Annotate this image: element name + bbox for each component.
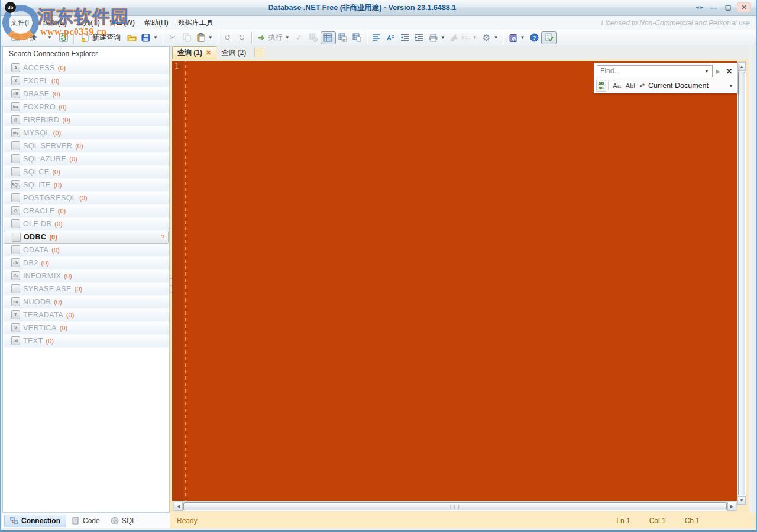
uppercase-button[interactable]: [384, 31, 398, 44]
tab-sql[interactable]: ? SQL: [105, 515, 141, 527]
validate-button[interactable]: ✓: [292, 31, 306, 44]
connection-item-mysql[interactable]: myMYSQL(0): [4, 126, 169, 140]
connection-item-access[interactable]: AACCESS(0): [4, 61, 169, 74]
maximize-button[interactable]: ▢: [723, 2, 733, 12]
result-grid-button[interactable]: [321, 31, 336, 44]
sql-editor[interactable]: 1: [172, 61, 737, 501]
sql-tools-button[interactable]: SQL ▼: [448, 31, 480, 44]
save-dropdown-icon: ▼: [153, 35, 158, 40]
connection-item-ole-db[interactable]: OLE DB(0): [4, 218, 169, 231]
connection-item-dbase[interactable]: dBDBASE(0): [4, 87, 169, 100]
result-file-button[interactable]: [350, 31, 364, 44]
scroll-up-icon[interactable]: ▲: [737, 62, 746, 71]
connection-tab-icon: [10, 517, 18, 525]
connection-item-nuodb[interactable]: nuNUODB(0): [4, 296, 169, 309]
connection-item-db2[interactable]: dbDB2(0): [4, 257, 169, 270]
close-tab-icon[interactable]: ✕: [206, 49, 211, 57]
menu-window[interactable]: 窗口(W): [105, 16, 140, 30]
paste-icon: [196, 33, 206, 43]
connection-item-vertica[interactable]: VVERTICA(0): [4, 322, 169, 335]
stop-button[interactable]: [306, 31, 321, 44]
tab-connection[interactable]: Connection: [4, 515, 66, 527]
find-next-icon[interactable]: ▶: [713, 68, 723, 74]
find-scope-dropdown[interactable]: Current Document ▼: [648, 82, 736, 90]
print-button[interactable]: ▼: [426, 31, 448, 44]
open-button[interactable]: [125, 31, 139, 44]
save-button[interactable]: ▼: [139, 31, 160, 44]
scroll-right-icon[interactable]: ▶: [727, 502, 736, 511]
firebird-icon: @: [11, 115, 20, 124]
help-button[interactable]: ?: [527, 31, 541, 44]
scroll-left-icon[interactable]: ◀: [174, 502, 183, 511]
redo-button[interactable]: ↻: [235, 31, 249, 44]
tab-query-2[interactable]: 查询 (2): [216, 46, 251, 59]
connect-icon: [11, 33, 20, 43]
panel-toggle-button[interactable]: [541, 31, 557, 44]
sql-azure-icon: [11, 154, 20, 163]
line-number-gutter: 1: [172, 61, 183, 501]
connection-item-postgresql[interactable]: POSTGRESQL(0): [4, 192, 169, 205]
options-button[interactable]: ⚙ ▼: [480, 31, 501, 44]
splitter-handle[interactable]: [170, 275, 172, 296]
connection-item-text[interactable]: txtTEXT(0): [4, 335, 169, 348]
window-arrange-icon[interactable]: ◄►: [694, 2, 705, 12]
new-query-button[interactable]: 新建查询: [76, 31, 125, 44]
connection-item-label: SQL SERVER: [23, 142, 72, 150]
tab-code[interactable]: Code: [66, 515, 105, 527]
connect-dropdown-icon: ▼: [47, 35, 52, 40]
connect-button[interactable]: 连接 ▼: [5, 31, 57, 44]
indent-decrease-button[interactable]: [398, 31, 412, 44]
connection-item-firebird[interactable]: @FIREBIRD(0): [4, 113, 169, 126]
execute-button[interactable]: 执行 ▼: [254, 31, 292, 44]
query-2-label: 查询 (2): [221, 48, 246, 58]
connection-item-sqlite[interactable]: SQLSQLITE(0): [4, 179, 169, 192]
vertical-scroll-thumb[interactable]: [738, 72, 745, 495]
menu-edit[interactable]: 编辑(E): [38, 16, 72, 30]
db2-icon: db: [11, 258, 20, 267]
sqlce-icon: [11, 167, 20, 176]
copy-button[interactable]: [180, 31, 194, 44]
format-button[interactable]: [370, 31, 384, 44]
print-dropdown-icon: ▼: [441, 35, 445, 40]
connection-item-sql-server[interactable]: SQL SERVER(0): [4, 140, 169, 153]
menu-help[interactable]: 帮助(H): [140, 16, 173, 30]
connection-item-teradata[interactable]: TTERADATA(0): [4, 309, 169, 322]
query-tab-bar: 查询 (1) ✕ 查询 (2): [170, 46, 749, 59]
cut-button[interactable]: ✂: [166, 31, 180, 44]
connection-item-odata[interactable]: ODATA(0): [4, 244, 169, 257]
help-book-button[interactable]: ? ▼: [506, 31, 527, 44]
query-1-label: 查询 (1): [177, 48, 202, 58]
close-button[interactable]: ✕: [737, 2, 751, 12]
connection-item-sqlce[interactable]: SQLCE(0): [4, 166, 169, 179]
connection-item-sybase-ase[interactable]: SYBASE ASE(0): [4, 283, 169, 296]
menu-tools[interactable]: 工具(T): [72, 16, 104, 30]
refresh-button[interactable]: [57, 31, 71, 44]
find-history-dropdown-icon[interactable]: ▼: [704, 69, 709, 74]
connection-item-excel[interactable]: XEXCEL(0): [4, 74, 169, 87]
indent-increase-button[interactable]: [412, 31, 426, 44]
vertical-scrollbar[interactable]: ▲ ▼: [737, 61, 746, 505]
search-input[interactable]: Search Connection Explorer: [4, 47, 169, 60]
find-input[interactable]: Find... ▼: [597, 65, 713, 77]
connection-item-informix[interactable]: ifxINFORMIX(0): [4, 270, 169, 283]
regex-button[interactable]: ▪*: [638, 82, 647, 89]
connection-item-sql-azure[interactable]: SQL AZURE(0): [4, 153, 169, 166]
minimize-button[interactable]: —: [709, 2, 719, 12]
scroll-down-icon[interactable]: ▼: [737, 496, 746, 505]
replace-mode-icon[interactable]: abac: [596, 80, 606, 92]
match-case-button[interactable]: Aa: [610, 82, 623, 89]
menu-file[interactable]: 文件(F): [6, 16, 38, 30]
tab-query-1[interactable]: 查询 (1) ✕: [172, 46, 216, 59]
find-close-icon[interactable]: ✕: [723, 67, 735, 76]
whole-word-button[interactable]: Abl: [623, 82, 638, 89]
tab-placeholder: [254, 48, 264, 57]
result-text-button[interactable]: [336, 31, 350, 44]
horizontal-scrollbar[interactable]: ◀ ❘❘❘ ▶: [173, 501, 737, 511]
undo-button[interactable]: ↺: [221, 31, 235, 44]
connection-item-foxpro[interactable]: foxFOXPRO(0): [4, 100, 169, 113]
menu-database-tools[interactable]: 数据库工具: [173, 16, 218, 30]
paste-button[interactable]: ▼: [194, 31, 215, 44]
connection-item-oracle[interactable]: OORACLE(0): [4, 205, 169, 218]
horizontal-scroll-thumb[interactable]: ❘❘❘: [183, 502, 727, 510]
connection-item-odbc[interactable]: ODBC(0)?: [4, 231, 169, 244]
